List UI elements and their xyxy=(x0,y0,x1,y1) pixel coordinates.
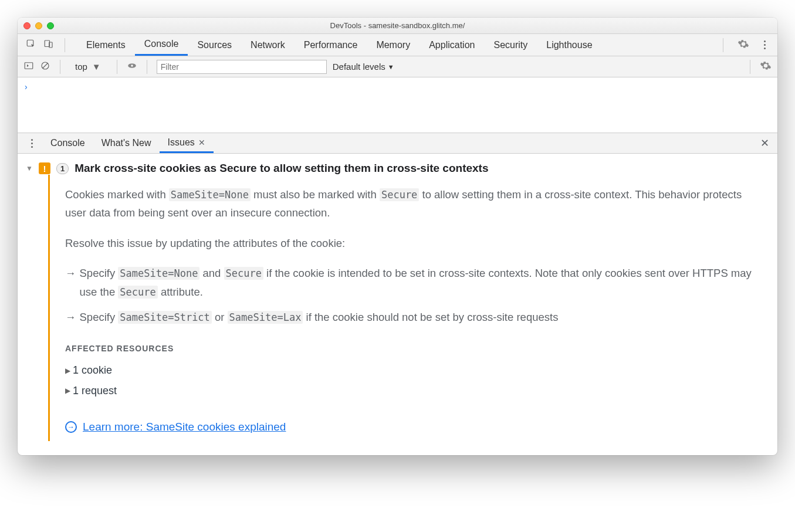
zoom-window-button[interactable] xyxy=(47,22,54,29)
filter-input[interactable] xyxy=(157,60,327,74)
drawer-tab-console[interactable]: Console xyxy=(42,133,93,153)
arrow-icon: → xyxy=(65,308,76,326)
affected-resource-item[interactable]: ▶ 1 cookie xyxy=(65,361,763,379)
drawer-tabstrip: Console What's New Issues ✕ ✕ xyxy=(18,133,777,154)
learn-more-link[interactable]: Learn more: SameSite cookies explained xyxy=(83,418,286,436)
main-tabstrip: Elements Console Sources Network Perform… xyxy=(18,34,777,56)
log-levels-selector[interactable]: Default levels ▼ xyxy=(333,62,394,72)
console-settings-gear-icon[interactable] xyxy=(760,60,772,73)
console-toolbar: top ▼ Default levels ▼ xyxy=(18,56,777,77)
code-samesite-none: SameSite=None xyxy=(169,188,251,201)
issue-resolve-intro: Resolve this issue by updating the attri… xyxy=(65,234,763,252)
divider xyxy=(750,60,750,74)
issue-description: Cookies marked with SameSite=None must a… xyxy=(65,185,763,222)
warning-icon: ! xyxy=(39,162,50,174)
window-controls xyxy=(23,22,54,29)
arrow-icon: → xyxy=(65,264,76,301)
svg-point-6 xyxy=(131,65,133,66)
tab-sources[interactable]: Sources xyxy=(188,34,241,56)
issue-body: Cookies marked with SameSite=None must a… xyxy=(48,175,769,441)
tab-memory[interactable]: Memory xyxy=(367,34,420,56)
inspect-icon[interactable] xyxy=(26,39,36,52)
window-title: DevTools - samesite-sandbox.glitch.me/ xyxy=(18,21,777,30)
divider xyxy=(65,38,65,52)
context-selector[interactable]: top ▼ xyxy=(70,61,107,72)
code-secure: Secure xyxy=(380,188,419,201)
drawer-menu-icon[interactable] xyxy=(21,139,42,148)
affected-resource-item[interactable]: ▶ 1 request xyxy=(65,382,763,400)
learn-more-row: → Learn more: SameSite cookies explained xyxy=(65,418,763,436)
device-toolbar-icon[interactable] xyxy=(43,39,54,52)
titlebar: DevTools - samesite-sandbox.glitch.me/ xyxy=(18,18,777,34)
live-expression-icon[interactable] xyxy=(127,60,137,73)
tab-console[interactable]: Console xyxy=(135,34,188,56)
divider xyxy=(147,60,147,74)
divider xyxy=(60,60,60,74)
drawer-tab-issues[interactable]: Issues ✕ xyxy=(160,133,214,153)
minimize-window-button[interactable] xyxy=(35,22,42,29)
issue-bullet: → Specify SameSite=Strict or SameSite=La… xyxy=(65,308,763,326)
close-drawer-icon[interactable]: ✕ xyxy=(752,137,777,150)
tab-elements[interactable]: Elements xyxy=(77,34,135,56)
drawer-tab-whatsnew[interactable]: What's New xyxy=(93,133,160,153)
expand-triangle-icon: ▶ xyxy=(65,365,70,377)
chevron-down-icon: ▼ xyxy=(388,63,394,70)
issue-count-badge: 1 xyxy=(56,163,69,174)
console-prompt-icon: › xyxy=(25,82,28,92)
tab-network[interactable]: Network xyxy=(241,34,295,56)
close-window-button[interactable] xyxy=(23,22,31,29)
tab-performance[interactable]: Performance xyxy=(295,34,367,56)
chevron-down-icon: ▼ xyxy=(92,62,107,72)
issue-header[interactable]: ▼ ! 1 Mark cross-site cookies as Secure … xyxy=(26,162,769,175)
affected-resources-header: AFFECTED RESOURCES xyxy=(65,342,763,356)
divider xyxy=(723,38,723,52)
close-tab-icon[interactable]: ✕ xyxy=(198,138,205,147)
clear-console-icon[interactable] xyxy=(40,60,50,73)
issue-bullet: → Specify SameSite=None and Secure if th… xyxy=(65,264,763,301)
more-menu-icon[interactable] xyxy=(760,40,769,49)
console-output[interactable]: › xyxy=(18,77,777,133)
settings-gear-icon[interactable] xyxy=(738,38,749,52)
tab-lighthouse[interactable]: Lighthouse xyxy=(537,34,601,56)
sidebar-toggle-icon[interactable] xyxy=(23,60,34,73)
tab-application[interactable]: Application xyxy=(420,34,484,56)
collapse-triangle-icon[interactable]: ▼ xyxy=(26,164,33,172)
learn-more-icon: → xyxy=(65,421,77,433)
tab-security[interactable]: Security xyxy=(484,34,537,56)
issue-title: Mark cross-site cookies as Secure to all… xyxy=(75,162,488,175)
issues-panel: ▼ ! 1 Mark cross-site cookies as Secure … xyxy=(18,154,777,455)
devtools-window: DevTools - samesite-sandbox.glitch.me/ E… xyxy=(18,18,777,455)
expand-triangle-icon: ▶ xyxy=(65,385,70,397)
divider xyxy=(117,60,117,74)
